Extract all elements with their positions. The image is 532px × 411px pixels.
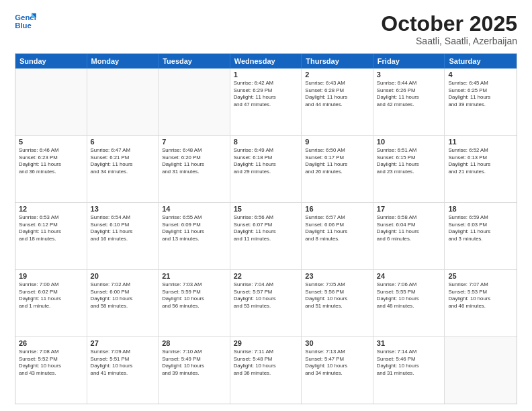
day-info: Sunrise: 6:47 AM Sunset: 6:21 PM Dayligh… — [91, 147, 155, 175]
day-number: 29 — [234, 339, 298, 347]
day-info: Sunrise: 6:51 AM Sunset: 6:15 PM Dayligh… — [377, 147, 441, 175]
day-cell-13: 13Sunrise: 6:54 AM Sunset: 6:10 PM Dayli… — [87, 203, 159, 269]
day-number: 19 — [19, 272, 83, 280]
day-cell-25: 25Sunrise: 7:07 AM Sunset: 5:53 PM Dayli… — [445, 270, 517, 336]
svg-text:Blue: Blue — [15, 21, 32, 30]
day-cell-18: 18Sunrise: 6:59 AM Sunset: 6:03 PM Dayli… — [445, 203, 517, 269]
header-cell-monday: Monday — [87, 54, 159, 68]
day-number: 16 — [305, 205, 369, 213]
day-number: 20 — [91, 272, 155, 280]
day-number: 4 — [448, 71, 513, 79]
day-number: 31 — [377, 339, 441, 347]
day-number: 10 — [377, 138, 441, 146]
day-cell-12: 12Sunrise: 6:53 AM Sunset: 6:12 PM Dayli… — [15, 203, 87, 269]
day-cell-20: 20Sunrise: 7:02 AM Sunset: 6:00 PM Dayli… — [87, 270, 159, 336]
day-cell-11: 11Sunrise: 6:52 AM Sunset: 6:13 PM Dayli… — [445, 136, 517, 202]
day-info: Sunrise: 6:44 AM Sunset: 6:26 PM Dayligh… — [377, 80, 441, 108]
day-info: Sunrise: 7:09 AM Sunset: 5:51 PM Dayligh… — [91, 349, 155, 377]
day-info: Sunrise: 7:08 AM Sunset: 5:52 PM Dayligh… — [19, 349, 83, 377]
day-info: Sunrise: 7:00 AM Sunset: 6:02 PM Dayligh… — [19, 281, 83, 310]
day-number: 7 — [162, 138, 226, 146]
day-cell-14: 14Sunrise: 6:55 AM Sunset: 6:09 PM Dayli… — [159, 203, 230, 269]
header-cell-thursday: Thursday — [302, 54, 373, 68]
day-number: 26 — [19, 339, 83, 347]
day-cell-4: 4Sunrise: 6:45 AM Sunset: 6:25 PM Daylig… — [445, 68, 517, 135]
day-info: Sunrise: 7:02 AM Sunset: 6:00 PM Dayligh… — [91, 281, 155, 310]
day-number: 23 — [305, 272, 369, 280]
day-info: Sunrise: 6:54 AM Sunset: 6:10 PM Dayligh… — [91, 214, 155, 242]
day-number: 5 — [19, 138, 83, 146]
header-cell-tuesday: Tuesday — [159, 54, 230, 68]
header-cell-friday: Friday — [373, 54, 445, 68]
day-info: Sunrise: 6:45 AM Sunset: 6:25 PM Dayligh… — [448, 80, 513, 108]
week-row-2: 5Sunrise: 6:46 AM Sunset: 6:23 PM Daylig… — [15, 135, 517, 202]
calendar-body: 1Sunrise: 6:42 AM Sunset: 6:29 PM Daylig… — [15, 68, 517, 404]
day-info: Sunrise: 7:04 AM Sunset: 5:57 PM Dayligh… — [234, 281, 298, 310]
logo-icon: General Blue — [15, 12, 36, 31]
day-info: Sunrise: 6:50 AM Sunset: 6:17 PM Dayligh… — [305, 147, 369, 175]
day-cell-2: 2Sunrise: 6:43 AM Sunset: 6:28 PM Daylig… — [302, 68, 373, 135]
day-info: Sunrise: 7:07 AM Sunset: 5:53 PM Dayligh… — [448, 281, 513, 310]
day-cell-10: 10Sunrise: 6:51 AM Sunset: 6:15 PM Dayli… — [373, 136, 445, 202]
day-info: Sunrise: 6:52 AM Sunset: 6:13 PM Dayligh… — [448, 147, 513, 175]
week-row-1: 1Sunrise: 6:42 AM Sunset: 6:29 PM Daylig… — [15, 68, 517, 135]
week-row-3: 12Sunrise: 6:53 AM Sunset: 6:12 PM Dayli… — [15, 202, 517, 269]
day-cell-3: 3Sunrise: 6:44 AM Sunset: 6:26 PM Daylig… — [373, 68, 445, 135]
day-number: 24 — [377, 272, 441, 280]
day-number: 2 — [305, 71, 369, 79]
day-number: 9 — [305, 138, 369, 146]
day-cell-21: 21Sunrise: 7:03 AM Sunset: 5:59 PM Dayli… — [159, 270, 230, 336]
day-info: Sunrise: 6:53 AM Sunset: 6:12 PM Dayligh… — [19, 214, 83, 242]
day-cell-24: 24Sunrise: 7:06 AM Sunset: 5:55 PM Dayli… — [373, 270, 445, 336]
page: General Blue October 2025 Saatli, Saatli… — [0, 0, 532, 411]
header-cell-sunday: Sunday — [15, 54, 87, 68]
day-info: Sunrise: 6:55 AM Sunset: 6:09 PM Dayligh… — [162, 214, 226, 242]
day-number: 22 — [234, 272, 298, 280]
week-row-5: 26Sunrise: 7:08 AM Sunset: 5:52 PM Dayli… — [15, 336, 517, 404]
day-cell-6: 6Sunrise: 6:47 AM Sunset: 6:21 PM Daylig… — [87, 136, 159, 202]
day-cell-30: 30Sunrise: 7:13 AM Sunset: 5:47 PM Dayli… — [302, 337, 373, 404]
day-cell-26: 26Sunrise: 7:08 AM Sunset: 5:52 PM Dayli… — [15, 337, 87, 404]
day-cell-22: 22Sunrise: 7:04 AM Sunset: 5:57 PM Dayli… — [230, 270, 302, 336]
day-info: Sunrise: 6:49 AM Sunset: 6:18 PM Dayligh… — [234, 147, 298, 175]
day-cell-29: 29Sunrise: 7:11 AM Sunset: 5:48 PM Dayli… — [230, 337, 302, 404]
day-number: 8 — [234, 138, 298, 146]
day-info: Sunrise: 6:58 AM Sunset: 6:04 PM Dayligh… — [377, 214, 441, 242]
day-info: Sunrise: 7:14 AM Sunset: 5:46 PM Dayligh… — [377, 349, 441, 377]
day-number: 15 — [234, 205, 298, 213]
day-info: Sunrise: 7:03 AM Sunset: 5:59 PM Dayligh… — [162, 281, 226, 310]
day-info: Sunrise: 7:05 AM Sunset: 5:56 PM Dayligh… — [305, 281, 369, 310]
day-number: 3 — [377, 71, 441, 79]
day-info: Sunrise: 7:10 AM Sunset: 5:49 PM Dayligh… — [162, 349, 226, 377]
day-number: 18 — [448, 205, 513, 213]
empty-cell — [15, 68, 87, 135]
day-number: 28 — [162, 339, 226, 347]
calendar-header: SundayMondayTuesdayWednesdayThursdayFrid… — [15, 54, 517, 68]
day-info: Sunrise: 6:59 AM Sunset: 6:03 PM Dayligh… — [448, 214, 513, 242]
day-info: Sunrise: 6:57 AM Sunset: 6:06 PM Dayligh… — [305, 214, 369, 242]
day-number: 17 — [377, 205, 441, 213]
day-number: 12 — [19, 205, 83, 213]
day-number: 1 — [234, 71, 298, 79]
day-info: Sunrise: 6:46 AM Sunset: 6:23 PM Dayligh… — [19, 147, 83, 175]
title-section: October 2025 Saatli, Saatli, Azerbaijan — [381, 12, 517, 46]
empty-cell — [159, 68, 230, 135]
day-number: 21 — [162, 272, 226, 280]
day-cell-27: 27Sunrise: 7:09 AM Sunset: 5:51 PM Dayli… — [87, 337, 159, 404]
day-cell-8: 8Sunrise: 6:49 AM Sunset: 6:18 PM Daylig… — [230, 136, 302, 202]
day-cell-19: 19Sunrise: 7:00 AM Sunset: 6:02 PM Dayli… — [15, 270, 87, 336]
day-cell-28: 28Sunrise: 7:10 AM Sunset: 5:49 PM Dayli… — [159, 337, 230, 404]
day-number: 13 — [91, 205, 155, 213]
day-cell-5: 5Sunrise: 6:46 AM Sunset: 6:23 PM Daylig… — [15, 136, 87, 202]
day-info: Sunrise: 6:43 AM Sunset: 6:28 PM Dayligh… — [305, 80, 369, 108]
header-cell-wednesday: Wednesday — [230, 54, 302, 68]
day-cell-17: 17Sunrise: 6:58 AM Sunset: 6:04 PM Dayli… — [373, 203, 445, 269]
day-info: Sunrise: 6:56 AM Sunset: 6:07 PM Dayligh… — [234, 214, 298, 242]
logo: General Blue — [15, 12, 36, 31]
day-info: Sunrise: 7:06 AM Sunset: 5:55 PM Dayligh… — [377, 281, 441, 310]
top-section: General Blue October 2025 Saatli, Saatli… — [15, 12, 517, 46]
month-title: October 2025 — [381, 12, 517, 36]
day-cell-15: 15Sunrise: 6:56 AM Sunset: 6:07 PM Dayli… — [230, 203, 302, 269]
day-cell-7: 7Sunrise: 6:48 AM Sunset: 6:20 PM Daylig… — [159, 136, 230, 202]
day-info: Sunrise: 7:11 AM Sunset: 5:48 PM Dayligh… — [234, 349, 298, 377]
